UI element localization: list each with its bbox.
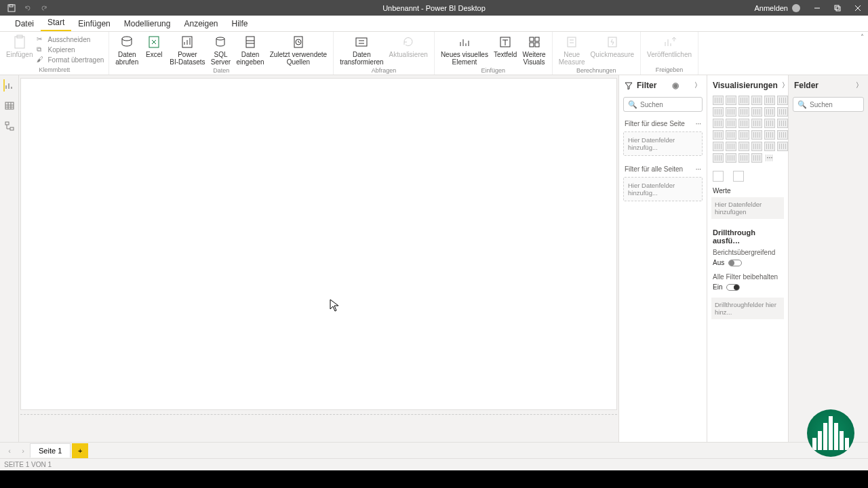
clipboard-icon [12,35,27,49]
tab-file[interactable]: Datei [8,16,41,31]
minimize-button[interactable] [807,0,827,16]
viz-stackedcolumn[interactable] [726,96,736,105]
page-next-button[interactable]: › [16,447,30,455]
more-visuals-button[interactable]: Weitere Visuals [519,33,548,67]
werte-dropzone[interactable]: Hier Datenfelder hinzufügen [711,197,784,219]
quick-measure-button[interactable]: Quickmeasure [588,33,637,60]
viz-linestackedcolumn[interactable] [764,107,775,117]
viz-filledmap[interactable] [726,130,736,140]
refresh-button[interactable]: Aktualisieren [387,33,431,60]
filter-collapse-button[interactable]: 〉 [694,81,701,90]
signin-button[interactable]: Anmelden [747,4,807,12]
filter-all-dropzone[interactable]: Hier Datenfelder hinzufüg... [623,177,703,201]
status-text: SEITE 1 VON 1 [4,461,52,468]
svg-rect-16 [356,38,367,46]
viz-fields-tab[interactable] [713,171,724,182]
pbi-datasets-button[interactable]: Power BI-Datasets [167,33,208,67]
collapse-ribbon-button[interactable]: ˄ [861,33,864,41]
new-visual-button[interactable]: Neues visuelles Element [438,33,491,67]
viz-qna[interactable] [738,153,749,163]
viz-clusteredcolumn[interactable] [751,96,762,105]
viz-clusteredbar[interactable] [738,96,749,105]
close-button[interactable] [848,0,868,16]
viz-100column[interactable] [777,96,788,105]
fields-search[interactable]: 🔍 [793,97,864,112]
publish-button[interactable]: Veröffentlichen [644,33,694,60]
filter-title: Filter [637,81,656,90]
viz-card[interactable] [764,130,775,140]
window-title: Unbenannt - Power BI Desktop [382,4,486,12]
viz-stackedbar[interactable] [713,96,724,105]
redo-icon[interactable] [39,3,49,13]
tab-start[interactable]: Start [41,15,71,31]
paste-button[interactable]: Einfügen [3,33,35,60]
format-painter-button[interactable]: 🖌Format übertragen [35,55,105,64]
filter-page-more[interactable]: ··· [696,120,701,127]
viz-waterfall[interactable] [713,119,724,128]
tab-view[interactable]: Anzeigen [177,16,224,31]
viz-line[interactable] [713,107,724,117]
report-view-button[interactable] [3,79,16,92]
save-icon[interactable] [7,3,16,13]
viz-map[interactable] [713,130,724,140]
recent-sources-button[interactable]: Zuletzt verwendete Quellen [267,33,330,67]
filter-search[interactable]: 🔍 [623,97,703,112]
excel-button[interactable]: Excel [141,33,167,60]
fields-collapse-button[interactable]: 〉 [856,81,863,90]
viz-keyinfluencers[interactable] [713,153,724,163]
tab-help[interactable]: Hilfe [225,16,255,31]
page-prev-button[interactable]: ‹ [3,447,16,455]
viz-matrix[interactable] [751,142,762,151]
viz-table[interactable] [738,142,749,151]
svg-rect-20 [530,43,534,47]
copy-button[interactable]: ⧉Kopieren [35,45,105,54]
viz-shapemap[interactable] [738,130,749,140]
model-view-button[interactable] [3,120,16,132]
viz-r[interactable] [764,142,775,151]
get-data-button[interactable]: Daten abrufen [113,33,141,67]
viz-treemap[interactable] [777,119,788,128]
publish-icon [662,35,677,49]
enter-data-button[interactable]: Daten eingeben [233,33,267,67]
viz-kpi[interactable] [713,142,724,151]
page-tab-1[interactable]: Seite 1 [30,443,71,458]
viz-linecolumn[interactable] [751,107,762,117]
viz-multirowcard[interactable] [777,130,788,140]
viz-donut[interactable] [764,119,775,128]
viz-pie[interactable] [751,119,762,128]
viz-funnel[interactable] [726,119,736,128]
transform-data-button[interactable]: Daten transformieren [337,33,386,67]
add-page-button[interactable]: + [72,443,88,458]
viz-scatter[interactable] [738,119,749,128]
viz-decomp[interactable] [726,153,736,163]
viz-100bar[interactable] [764,96,775,105]
cut-button[interactable]: ✂Ausschneiden [35,35,105,44]
drillthrough-dropzone[interactable]: Drillthroughfelder hier hinz... [711,298,784,319]
enterdata-icon [243,35,258,49]
viz-slicer[interactable] [726,142,736,151]
viz-more[interactable]: ··· [764,153,775,163]
fields-search-input[interactable] [810,101,868,108]
viz-gauge[interactable] [751,130,762,140]
viz-area[interactable] [726,107,736,117]
filter-all-more[interactable]: ··· [696,165,701,173]
sql-server-button[interactable]: SQL Server [208,33,233,67]
filter-page-dropzone[interactable]: Hier Datenfelder hinzufüg... [623,131,703,156]
viz-ribbon[interactable] [777,107,788,117]
data-view-button[interactable] [3,100,16,112]
keepfilters-toggle[interactable]: Ein [707,282,788,296]
tab-modeling[interactable]: Modellierung [117,16,178,31]
tab-insert[interactable]: Einfügen [71,16,117,31]
undo-icon[interactable] [23,3,33,13]
crossreport-toggle[interactable]: Aus [707,258,788,272]
viz-python[interactable] [777,142,788,151]
textbox-button[interactable]: Textfeld [491,33,519,60]
viz-arcgis[interactable] [751,153,762,163]
report-canvas[interactable] [20,78,617,410]
maximize-button[interactable] [827,0,848,16]
filter-eye-icon[interactable]: ◉ [672,81,679,90]
viz-format-tab[interactable] [733,171,744,182]
new-measure-button[interactable]: Neue Measure [556,33,588,67]
viz-stackedarea[interactable] [738,107,749,117]
svg-point-12 [216,37,224,40]
